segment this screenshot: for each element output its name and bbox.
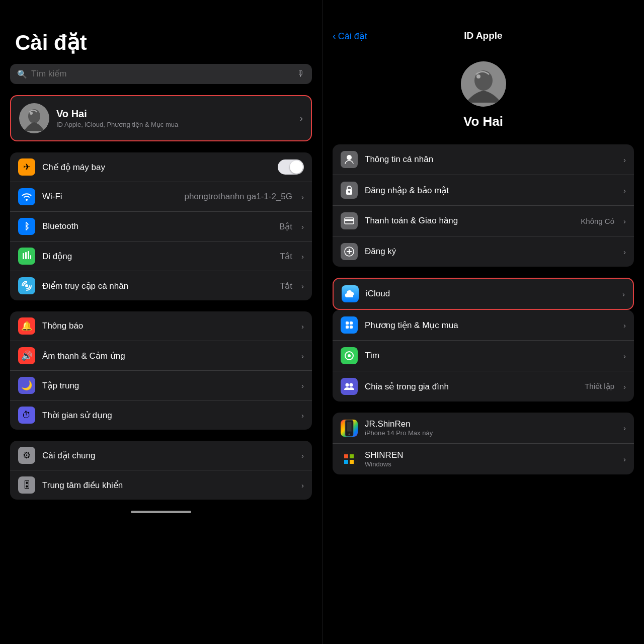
airplane-toggle[interactable]: [278, 159, 304, 175]
hotspot-icon: [18, 277, 35, 294]
profile-name: Vo Hai: [56, 108, 293, 120]
airplane-mode-item[interactable]: ✈ Chế độ máy bay: [10, 152, 312, 182]
svg-point-11: [347, 155, 352, 160]
svg-rect-19: [346, 321, 349, 325]
account-info-group: Thông tin cá nhân › Đăng nhập & bảo mật …: [333, 144, 634, 267]
svg-point-30: [349, 433, 350, 435]
svg-rect-20: [350, 321, 353, 325]
home-indicator: [131, 511, 191, 513]
right-content: Thông tin cá nhân › Đăng nhập & bảo mật …: [323, 144, 644, 644]
subscribe-icon: [341, 243, 358, 260]
svg-point-2: [30, 112, 33, 115]
wifi-value: phongtrothanhn ga1-1-2_5G: [184, 192, 292, 202]
device-jr-sub: iPhone 14 Pro Max này: [365, 429, 616, 437]
bluetooth-item[interactable]: ᛒ Bluetooth Bật ›: [10, 212, 312, 242]
hotspot-label: Điểm truy cập cá nhân: [42, 281, 273, 291]
focus-item[interactable]: 🌙 Tập trung ›: [10, 371, 312, 400]
right-page-title: ID Apple: [464, 30, 502, 41]
payment-label: Thanh toán & Giao hàng: [365, 216, 574, 226]
mic-icon: 🎙: [297, 69, 305, 78]
notifications-group: 🔔 Thông báo › 🔊 Âm thanh & Cảm ứng › 🌙 T…: [10, 311, 312, 430]
media-label: Phương tiện & Mục mua: [365, 320, 616, 331]
svg-rect-29: [347, 422, 351, 431]
svg-rect-5: [28, 251, 29, 259]
find-icon: [341, 347, 358, 364]
profile-info: Vo Hai ID Apple, iCloud, Phương tiện & M…: [56, 108, 293, 128]
notification-label: Thông báo: [42, 321, 294, 331]
sound-icon: 🔊: [18, 347, 35, 364]
icloud-label: iCloud: [366, 289, 615, 299]
svg-point-13: [348, 191, 350, 193]
signin-label: Đăng nhập & bảo mật: [365, 185, 616, 196]
svg-point-10: [476, 74, 480, 78]
sound-label: Âm thanh & Cảm ứng: [42, 351, 294, 361]
focus-icon: 🌙: [18, 377, 35, 394]
search-icon: 🔍: [17, 69, 27, 79]
search-input[interactable]: [31, 69, 293, 79]
right-profile-name: Vo Hai: [463, 114, 503, 129]
wifi-item[interactable]: Wi-Fi phongtrothanhn ga1-1-2_5G ›: [10, 182, 312, 212]
icloud-group: iCloud ›: [333, 278, 634, 310]
device-jr-item[interactable]: JR.ShinRen iPhone 14 Pro Max này ›: [333, 413, 634, 444]
signin-icon: [341, 182, 358, 199]
svg-rect-15: [345, 219, 354, 221]
device-win-info: SHINREN Windows: [365, 450, 616, 468]
device-win-item[interactable]: SHINREN Windows ›: [333, 444, 634, 474]
hotspot-chevron: ›: [301, 282, 304, 290]
right-profile-section: Vo Hai: [323, 51, 644, 144]
general-item[interactable]: ⚙ Cài đặt chung ›: [10, 441, 312, 470]
screentime-item[interactable]: ⏱ Thời gian sử dụng ›: [10, 400, 312, 430]
icloud-item[interactable]: iCloud ›: [334, 279, 633, 309]
signin-security-item[interactable]: Đăng nhập & bảo mật ›: [333, 175, 634, 206]
mobile-label: Di động: [42, 251, 273, 262]
payment-value: Không Có: [581, 217, 614, 225]
focus-label: Tập trung: [42, 380, 294, 391]
media-item[interactable]: Phương tiện & Mục mua ›: [333, 310, 634, 341]
svg-rect-4: [25, 252, 27, 259]
payment-item[interactable]: Thanh toán & Giao hàng Không Có ›: [333, 206, 634, 236]
device-jr-name: JR.ShinRen: [365, 419, 616, 429]
control-label: Trung tâm điều khiển: [42, 480, 294, 491]
notification-icon: 🔔: [18, 317, 35, 335]
control-item[interactable]: 🎛 Trung tâm điều khiển ›: [10, 470, 312, 500]
personal-icon: [341, 151, 358, 168]
find-label: Tìm: [365, 351, 616, 361]
right-header: ‹ Cài đặt ID Apple: [323, 0, 644, 51]
family-item[interactable]: Chia sẻ trong gia đình Thiết lập ›: [333, 371, 634, 401]
hotspot-item[interactable]: Điểm truy cập cá nhân Tắt ›: [10, 271, 312, 300]
family-value: Thiết lập: [585, 382, 614, 391]
page-title: Cài đặt: [10, 30, 312, 55]
profile-card[interactable]: Vo Hai ID Apple, iCloud, Phương tiện & M…: [10, 95, 312, 141]
bluetooth-chevron: ›: [301, 222, 304, 231]
wifi-label: Wi-Fi: [42, 192, 177, 202]
subscribe-label: Đăng ký: [365, 247, 616, 257]
profile-subtitle: ID Apple, iCloud, Phương tiện & Mục mua: [56, 121, 293, 128]
svg-rect-21: [346, 326, 349, 329]
mobile-chevron: ›: [301, 252, 304, 261]
wifi-chevron: ›: [301, 193, 304, 201]
sound-item[interactable]: 🔊 Âm thanh & Cảm ứng ›: [10, 341, 312, 371]
personal-label: Thông tin cá nhân: [365, 154, 616, 165]
personal-info-item[interactable]: Thông tin cá nhân ›: [333, 144, 634, 175]
devices-group: JR.ShinRen iPhone 14 Pro Max này › SHINR…: [333, 413, 634, 474]
svg-point-24: [348, 354, 351, 357]
search-bar[interactable]: 🔍 🎙: [10, 64, 312, 84]
right-panel: ‹ Cài đặt ID Apple Vo Hai: [322, 0, 644, 644]
device-win-icon: [341, 451, 358, 468]
back-chevron-icon: ‹: [333, 30, 336, 42]
payment-icon: [341, 212, 358, 229]
airplane-label: Chế độ máy bay: [42, 162, 271, 173]
find-item[interactable]: Tìm ›: [333, 341, 634, 371]
mobile-value: Tắt: [280, 251, 292, 262]
general-group: ⚙ Cài đặt chung › 🎛 Trung tâm điều khiển…: [10, 441, 312, 500]
subscribe-item[interactable]: Đăng ký ›: [333, 236, 634, 267]
svg-rect-3: [23, 253, 24, 259]
family-label: Chia sẻ trong gia đình: [365, 381, 578, 392]
back-button[interactable]: ‹ Cài đặt: [333, 30, 367, 42]
notification-item[interactable]: 🔔 Thông báo ›: [10, 311, 312, 341]
screentime-icon: ⏱: [18, 407, 35, 424]
device-win-sub: Windows: [365, 460, 616, 468]
mobile-item[interactable]: Di động Tắt ›: [10, 242, 312, 271]
svg-point-7: [25, 284, 28, 287]
family-icon: [341, 378, 358, 395]
